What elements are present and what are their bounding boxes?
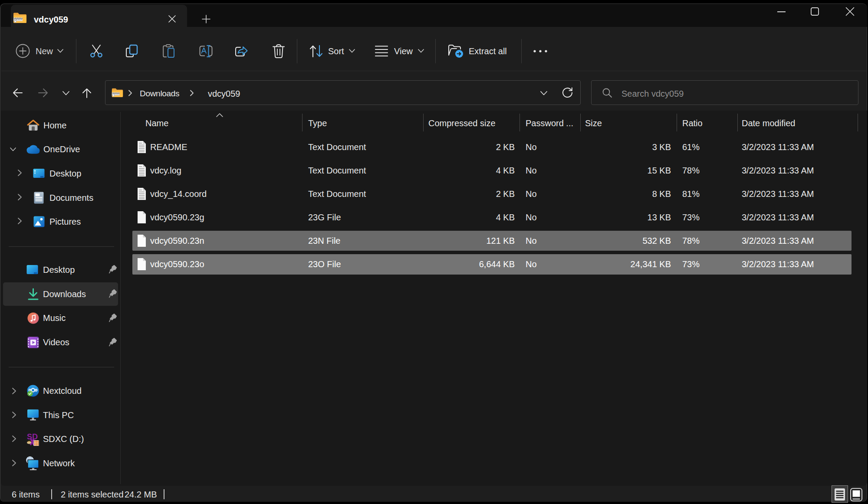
svg-text:SD: SD <box>27 432 38 441</box>
